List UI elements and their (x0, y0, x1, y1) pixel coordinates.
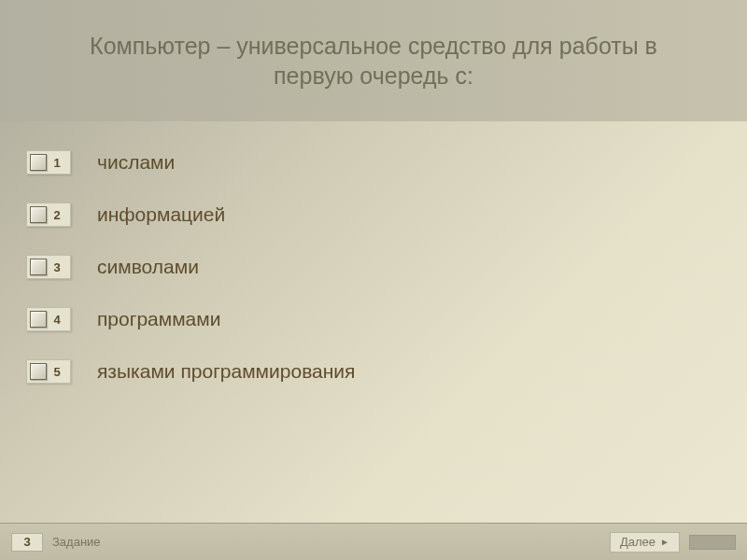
progress-indicator (689, 535, 736, 550)
task-number-box: 3 (11, 533, 43, 552)
checkbox-square-icon (30, 259, 47, 275)
option-label: информацией (97, 203, 225, 226)
option-row: 2 информацией (26, 200, 747, 230)
option-checkbox-2[interactable]: 2 (26, 203, 71, 227)
option-number: 2 (47, 208, 70, 222)
option-number: 4 (47, 313, 70, 327)
checkbox-square-icon (30, 206, 47, 223)
option-label: символами (97, 256, 199, 278)
option-checkbox-1[interactable]: 1 (26, 150, 71, 175)
question-title: Компьютер – универсальное средство для р… (56, 31, 691, 91)
footer-right: Далее ► (610, 532, 736, 553)
checkbox-square-icon (30, 311, 47, 328)
footer: 3 Задание Далее ► (0, 523, 747, 560)
option-label: языками программирования (97, 360, 355, 383)
option-row: 5 языками программирования (26, 357, 747, 386)
option-row: 4 программами (26, 304, 747, 334)
header: Компьютер – универсальное средство для р… (0, 0, 747, 121)
option-checkbox-4[interactable]: 4 (26, 307, 71, 331)
next-button-label: Далее (620, 535, 655, 549)
next-button[interactable]: Далее ► (610, 532, 680, 553)
task-label: Задание (52, 535, 101, 549)
option-number: 1 (47, 156, 70, 170)
option-row: 1 числами (26, 147, 747, 177)
options-area: 1 числами 2 информацией 3 символами 4 пр… (0, 121, 747, 523)
option-checkbox-5[interactable]: 5 (26, 359, 71, 384)
option-checkbox-3[interactable]: 3 (26, 255, 71, 279)
option-number: 3 (47, 260, 70, 274)
option-row: 3 символами (26, 252, 747, 282)
option-label: числами (97, 151, 175, 174)
option-number: 5 (47, 365, 70, 379)
checkbox-square-icon (30, 154, 47, 171)
footer-left: 3 Задание (11, 533, 101, 552)
checkbox-square-icon (30, 363, 47, 380)
option-label: программами (97, 308, 220, 330)
arrow-right-icon: ► (660, 537, 669, 547)
